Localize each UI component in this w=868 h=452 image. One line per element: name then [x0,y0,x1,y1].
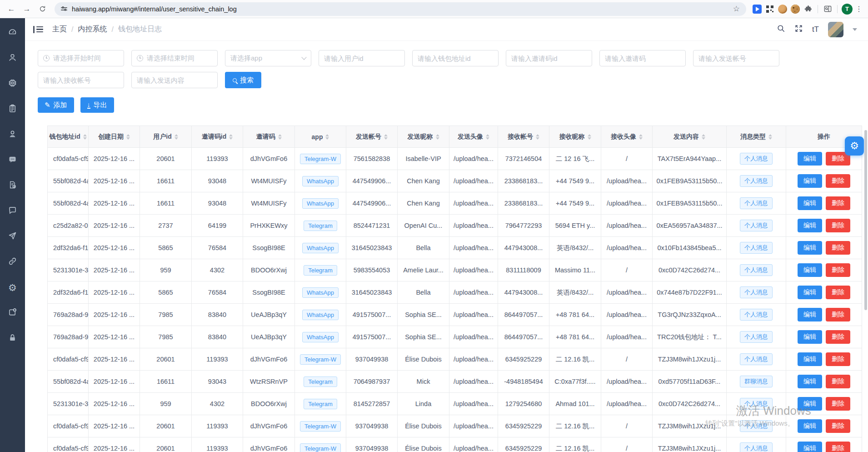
cookie-extension-icon[interactable] [790,4,801,15]
edit-button[interactable]: 编辑 [798,397,822,411]
sort-icon[interactable] [175,134,178,140]
search-button[interactable]: 搜索 [225,72,261,88]
sort-icon[interactable] [768,134,772,140]
sort-icon[interactable] [702,134,705,140]
sidebar-item-chip[interactable] [0,71,25,97]
column-header-send-account[interactable]: 发送帐号 [346,126,398,148]
chevron-down-icon[interactable] [853,28,857,31]
profile-avatar[interactable]: T [842,4,853,15]
send-content-field[interactable] [131,72,218,88]
column-header-created-date[interactable]: 创建日期 [89,126,140,148]
sidebar-item-chat-dots[interactable] [0,148,25,173]
url-bar[interactable]: haiwang.app/miwang#/internal/user_sensit… [55,2,746,16]
side-panel-icon[interactable] [822,4,833,15]
edit-button[interactable]: 编辑 [798,263,822,277]
edit-button[interactable]: 编辑 [798,442,822,452]
column-header-user-id[interactable]: 用户id [140,126,192,148]
export-button[interactable]: ↓ 导出 [80,97,114,113]
delete-button[interactable]: 删除 [826,286,850,299]
sort-icon[interactable] [436,134,439,140]
delete-button[interactable]: 删除 [826,219,850,232]
column-header-msg-type[interactable]: 消息类型 [727,126,786,148]
user-avatar[interactable] [828,22,843,37]
forward-icon[interactable]: → [20,2,34,16]
sort-icon[interactable] [83,134,87,140]
app-select[interactable]: 请选择app [225,50,311,66]
column-header-recv-account[interactable]: 接收帐号 [498,126,549,148]
menu-unfold-icon[interactable] [33,26,43,33]
sidebar-item-dashboard[interactable] [0,20,25,46]
column-header-invite-id[interactable]: 邀请码id [192,126,243,148]
sort-icon[interactable] [278,134,282,140]
user-id-field[interactable] [319,50,405,66]
add-button[interactable]: ✎ 添加 [38,97,74,113]
sort-icon[interactable] [325,134,329,140]
invite-code-field[interactable] [599,50,686,66]
fullscreen-icon[interactable] [794,24,803,35]
vertical-scrollbar[interactable] [864,130,867,310]
sort-icon[interactable] [639,134,643,140]
delete-button[interactable]: 删除 [826,263,850,277]
sidebar-item-send[interactable] [0,224,25,250]
sidebar-item-link[interactable] [0,250,25,275]
sort-icon[interactable] [536,134,539,140]
sidebar-item-doc-check[interactable] [0,173,25,199]
recv-account-field[interactable] [38,72,124,88]
sidebar-item-gear[interactable]: ⚙ [0,275,25,301]
invite-id-field[interactable] [506,50,592,66]
bookmark-star-icon[interactable]: ☆ [733,4,740,14]
delete-button[interactable]: 删除 [826,352,850,366]
invite-code-input[interactable] [605,55,680,62]
breadcrumb-home[interactable]: 主页 [52,25,67,34]
telegram-extension-icon[interactable] [752,4,763,15]
edit-button[interactable]: 编辑 [798,241,822,255]
url-text[interactable]: haiwang.app/miwang#/internal/user_sensit… [72,5,728,13]
column-header-recv-avatar[interactable]: 接收头像 [601,126,653,148]
qr-extension-icon[interactable] [764,4,775,15]
sidebar-item-chat[interactable] [0,199,25,224]
potato-extension-icon[interactable] [777,4,788,15]
end-time-input[interactable]: 请选择结束时间 [131,50,218,66]
reload-icon[interactable] [35,2,49,16]
column-header-send-avatar[interactable]: 发送头像 [449,126,498,148]
edit-button[interactable]: 编辑 [798,196,822,210]
delete-button[interactable]: 删除 [826,419,850,433]
sort-icon[interactable] [229,134,233,140]
sidebar-item-window[interactable] [0,301,25,326]
column-settings-button[interactable]: ⚙ [845,136,864,156]
send-content-input[interactable] [137,76,212,84]
edit-button[interactable]: 编辑 [798,352,822,366]
edit-button[interactable]: 编辑 [798,174,822,188]
delete-button[interactable]: 删除 [826,442,850,452]
invite-id-input[interactable] [511,55,587,62]
tune-icon[interactable] [61,7,67,10]
column-header-send-content[interactable]: 发送内容 [653,126,727,148]
delete-button[interactable]: 删除 [826,330,850,344]
edit-button[interactable]: 编辑 [798,286,822,299]
column-header-send-nickname[interactable]: 发送昵称 [398,126,449,148]
edit-button[interactable]: 编辑 [798,375,822,388]
breadcrumb-internal-system[interactable]: 内控系统 [78,25,107,34]
delete-button[interactable]: 删除 [826,375,850,388]
column-header-invite-code[interactable]: 邀请码 [243,126,295,148]
recv-account-input[interactable] [43,76,119,84]
column-header-recv-nickname[interactable]: 接收昵称 [549,126,601,148]
wallet-id-field[interactable] [412,50,499,66]
search-icon[interactable] [777,24,785,35]
user-id-input[interactable] [324,55,399,62]
sidebar-item-lock[interactable] [0,326,25,352]
text-size-icon[interactable]: tT [812,25,819,34]
column-header-app[interactable]: app [295,126,346,148]
delete-button[interactable]: 删除 [826,308,850,321]
menu-kebab-icon[interactable]: ⋮ [854,5,863,13]
sidebar-item-user[interactable] [0,46,25,71]
delete-button[interactable]: 删除 [826,397,850,411]
send-account-input[interactable] [698,55,774,62]
sort-icon[interactable] [126,134,130,140]
start-time-input[interactable]: 请选择开始时间 [38,50,124,66]
sidebar-item-agent[interactable] [0,122,25,148]
edit-button[interactable]: 编辑 [798,308,822,321]
sidebar-item-clipboard[interactable] [0,97,25,122]
edit-button[interactable]: 编辑 [798,419,822,433]
sort-icon[interactable] [486,134,489,140]
